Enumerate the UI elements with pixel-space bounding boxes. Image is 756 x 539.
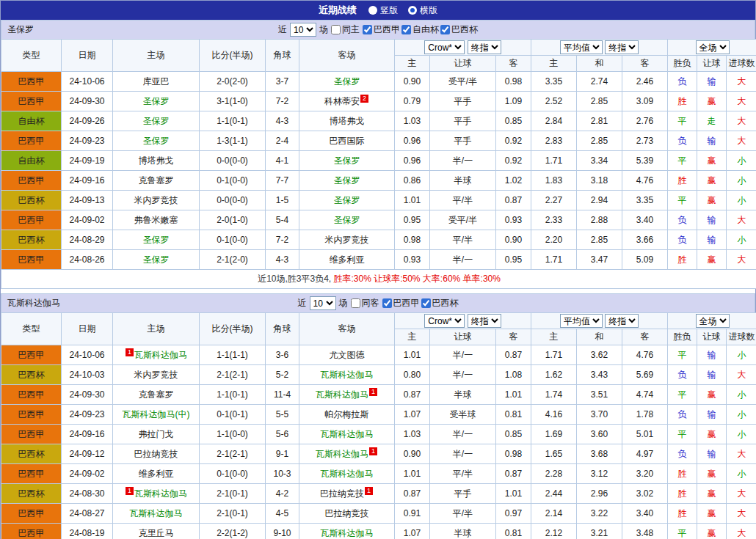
- match-row: 自由杯24-09-26圣保罗1-1(0-1)4-3博塔弗戈1.03平手0.852…: [1, 111, 756, 131]
- team-label: 维多利亚: [139, 469, 174, 479]
- league-filter[interactable]: 巴西杯: [421, 297, 459, 309]
- avg-draw-odds-cell: 3.70: [577, 405, 622, 425]
- match-type-cell: 巴西甲: [1, 464, 62, 484]
- average-select[interactable]: 平均值: [560, 40, 603, 54]
- league-checkbox[interactable]: [421, 298, 431, 308]
- odds-stage-select-1[interactable]: 终指: [468, 314, 501, 328]
- team-label: 弗拉门戈: [139, 429, 174, 439]
- handicap-cell: 平手: [430, 92, 496, 111]
- same-checkbox[interactable]: [331, 25, 341, 34]
- result-wdl-cell: 胜: [668, 250, 697, 270]
- score-cell: 3-1(1-0): [200, 92, 266, 111]
- away-team-cell: 巴拉纳竞技1: [299, 484, 395, 504]
- team-name: 瓦斯科达伽马: [7, 297, 60, 309]
- filter-near-label: 近: [278, 23, 287, 36]
- filter-count-select[interactable]: 10: [310, 296, 336, 310]
- avg-away-odds-cell: 2.76: [622, 111, 668, 131]
- result-goals-cell: 大: [727, 72, 756, 92]
- result-handicap-cell: 赢: [697, 524, 727, 539]
- result-handicap-cell: 赢: [697, 425, 727, 444]
- bookmaker-select[interactable]: Crow*: [424, 314, 465, 328]
- avg-home-odds-cell: 2.33: [531, 210, 577, 230]
- odds-stage-select-2[interactable]: 终指: [605, 314, 639, 328]
- home-team-cell: 圣保罗: [113, 92, 200, 111]
- match-date-cell: 24-09-02: [62, 464, 113, 484]
- league-filter[interactable]: 自由杯: [401, 23, 439, 36]
- away-odds-cell: 1.02: [496, 171, 531, 191]
- league-filter[interactable]: 巴西甲: [363, 23, 400, 36]
- same-filter[interactable]: 同客: [351, 297, 379, 309]
- league-checkbox[interactable]: [363, 25, 372, 34]
- handicap-cell: 半球: [430, 171, 496, 191]
- avg-draw-odds-cell: 3.18: [577, 171, 622, 191]
- col-odds-away: 客: [496, 329, 531, 345]
- result-goals-cell: 小: [727, 405, 756, 425]
- corner-cell: 9-10: [266, 524, 299, 539]
- layout-radio-horizontal[interactable]: 横版: [408, 4, 437, 17]
- filter-same-label: 同客: [362, 297, 379, 309]
- matches-table: 类型 日期 主场 比分(半场) 角球 客场 Crow* 终指 平均值 终指: [1, 312, 756, 539]
- corner-cell: 5-4: [266, 210, 299, 230]
- scope-select[interactable]: 全场: [696, 40, 730, 54]
- red-card-badge: 1: [126, 348, 134, 356]
- match-row: 巴西杯24-10-03米内罗竞技2-1(2-1)5-2瓦斯科达伽马0.80半/一…: [1, 365, 756, 385]
- red-card-badge: 1: [126, 487, 134, 495]
- same-checkbox[interactable]: [351, 298, 360, 308]
- home-team-cell: 圣保罗: [113, 111, 200, 131]
- bookmaker-select[interactable]: Crow*: [424, 40, 465, 54]
- corner-cell: 1-5: [266, 191, 299, 210]
- league-checkbox[interactable]: [440, 25, 450, 34]
- match-row: 巴西杯24-09-12巴拉纳竞技2-1(2-1)9-1瓦斯科达伽马10.90半/…: [1, 444, 756, 464]
- scope-select[interactable]: 全场: [696, 314, 730, 328]
- handicap-cell: 半/一: [430, 365, 496, 385]
- league-checkbox[interactable]: [401, 25, 411, 34]
- away-team-cell: 巴拉纳竞技: [299, 504, 395, 524]
- match-date-cell: 24-10-03: [62, 365, 113, 385]
- match-row: 巴西甲24-08-19克里丘马2-2(1-2)9-10瓦斯科达伽马1.07半球0…: [1, 524, 756, 539]
- col-result-goals: 进球数: [727, 329, 756, 345]
- team-label: 克鲁塞罗: [139, 389, 174, 400]
- away-team-cell: 圣保罗: [299, 210, 395, 230]
- filter-count-select[interactable]: 10: [290, 23, 316, 37]
- avg-away-odds-cell: 3.40: [622, 210, 668, 230]
- radio-button-icon[interactable]: [408, 6, 417, 15]
- col-avg-away: 客: [622, 329, 668, 345]
- match-date-cell: 24-08-26: [62, 250, 113, 270]
- odds-stage-select-2[interactable]: 终指: [605, 40, 639, 54]
- summary-stats: 胜率:30% 让球率:50% 大率:60% 单率:30%: [334, 274, 501, 284]
- league-label: 巴西杯: [432, 297, 459, 309]
- away-odds-cell: 0.87: [496, 345, 531, 365]
- radio-button-icon[interactable]: [368, 6, 377, 15]
- corner-cell: 7-7: [266, 171, 299, 191]
- home-team-cell: 巴拉纳竞技: [113, 444, 200, 464]
- league-checkbox[interactable]: [382, 298, 392, 308]
- col-away: 客场: [299, 40, 395, 72]
- avg-away-odds-cell: 5.09: [622, 250, 668, 270]
- score-cell: 2-1(2-1): [200, 444, 266, 464]
- handicap-cell: 半/一: [430, 250, 496, 270]
- score-cell: 2-0(2-0): [200, 72, 266, 92]
- odds-stage-select-1[interactable]: 终指: [468, 40, 501, 54]
- home-odds-cell: 1.07: [395, 405, 430, 425]
- match-row: 巴西甲24-10-061瓦斯科达伽马1-1(1-1)3-6尤文图德1.01半/一…: [1, 345, 756, 365]
- result-wdl-cell: 胜: [668, 92, 697, 111]
- team-label: 尤文图德: [330, 350, 365, 360]
- average-select[interactable]: 平均值: [560, 314, 603, 328]
- match-type-cell: 巴西甲: [1, 405, 62, 425]
- avg-home-odds-cell: 2.27: [531, 191, 577, 210]
- home-team-cell: 维多利亚: [113, 464, 200, 484]
- score-cell: 2-1(2-1): [200, 365, 266, 385]
- result-goals-cell: 大: [727, 365, 756, 385]
- result-goals-cell: 大: [727, 92, 756, 111]
- league-filter[interactable]: 巴西甲: [382, 297, 420, 309]
- away-odds-cell: 0.87: [496, 464, 531, 484]
- handicap-cell: 平手: [430, 131, 496, 151]
- layout-radio-vertical[interactable]: 竖版: [368, 4, 398, 17]
- score-cell: 1-1(1-1): [200, 345, 266, 365]
- home-team-cell: 米内罗竞技: [113, 191, 200, 210]
- away-odds-cell: 1.01: [496, 385, 531, 405]
- odds-group-bookmaker: Crow* 终指: [395, 40, 531, 56]
- league-filter[interactable]: 巴西杯: [440, 23, 478, 36]
- result-group: 全场: [668, 40, 756, 56]
- same-filter[interactable]: 同主: [331, 23, 360, 36]
